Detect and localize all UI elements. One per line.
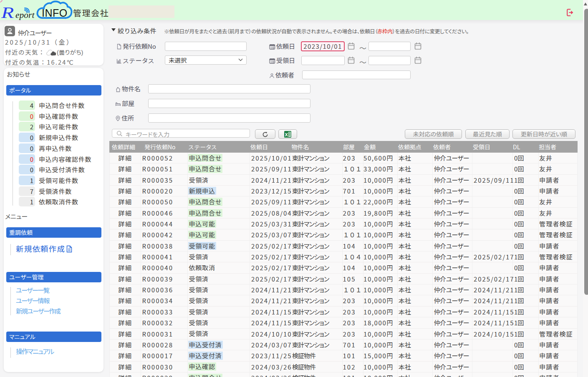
svg-text:INFO: INFO bbox=[42, 7, 68, 19]
svg-text:X: X bbox=[285, 132, 288, 137]
svg-text:R: R bbox=[1, 4, 14, 20]
svg-text:eport: eport bbox=[15, 10, 35, 20]
